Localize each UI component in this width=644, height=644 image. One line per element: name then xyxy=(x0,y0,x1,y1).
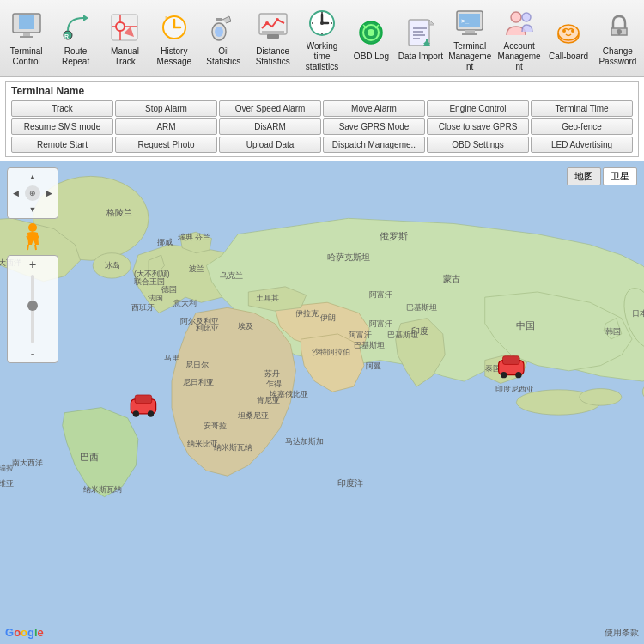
svg-text:巴西: 巴西 xyxy=(81,452,100,462)
map-standard-btn[interactable]: 地图 xyxy=(567,167,601,185)
btn-close-save-gprs[interactable]: Close to save GPRS xyxy=(427,118,529,135)
toolbar-label-account-management: Account Management xyxy=(496,41,542,72)
svg-text:马里: 马里 xyxy=(164,354,179,362)
toolbar-item-account-management[interactable]: Account Management xyxy=(495,3,544,74)
toolbar-item-change-password[interactable]: Change Password xyxy=(593,9,642,69)
svg-text:日本: 日本 xyxy=(632,309,644,318)
toolbar-label-route-repeat: Route Repeat xyxy=(52,46,98,67)
toolbar-item-history-message[interactable]: ! History Message xyxy=(149,9,198,69)
svg-text:巴基斯坦: 巴基斯坦 xyxy=(406,303,437,312)
toolbar-item-working-time[interactable]: Working time statistics xyxy=(297,3,346,74)
nav-right-btn[interactable]: ▶ xyxy=(41,185,58,201)
svg-rect-43 xyxy=(465,30,475,33)
btn-remote-start[interactable]: Remote Start xyxy=(11,137,113,153)
nav-center-btn[interactable]: ⊕ xyxy=(25,185,40,201)
svg-text:R: R xyxy=(64,33,69,39)
pegman-icon[interactable] xyxy=(23,222,42,252)
svg-text:伊拉克: 伊拉克 xyxy=(295,309,319,318)
svg-text:阿富汗: 阿富汗 xyxy=(349,331,372,339)
btn-led-advertising[interactable]: LED Advertising xyxy=(531,137,633,153)
btn-geo-fence[interactable]: Geo-fence xyxy=(531,118,633,135)
svg-point-50 xyxy=(562,29,566,33)
toolbar-item-data-import[interactable]: Data Import xyxy=(396,14,445,64)
panel-title: Terminal Name xyxy=(11,85,633,97)
toolbar-label-terminal-management: Terminal Management xyxy=(447,41,493,72)
map-type-buttons: 地图 卫星 xyxy=(567,167,637,185)
svg-point-24 xyxy=(320,21,324,25)
google-watermark: Google xyxy=(5,626,44,639)
map-terms[interactable]: 使用条款 xyxy=(605,627,639,639)
btn-track[interactable]: Track xyxy=(11,100,113,117)
toolbar-item-distance-statistics[interactable]: Distance Statistics xyxy=(248,9,297,69)
btn-over-speed-alarm[interactable]: Over Speed Alarm xyxy=(219,100,321,117)
svg-text:冰岛: 冰岛 xyxy=(105,261,120,270)
toolbar-label-call-board: Call-board xyxy=(549,52,588,62)
btn-terminal-time[interactable]: Terminal Time xyxy=(531,100,633,117)
zoom-in-btn[interactable]: + xyxy=(22,256,43,273)
svg-point-121 xyxy=(148,410,154,416)
svg-point-124 xyxy=(501,372,507,378)
btn-obd-settings[interactable]: OBD Settings xyxy=(427,137,529,153)
svg-marker-35 xyxy=(429,20,434,25)
toolbar-item-manual-track[interactable]: Manual Track xyxy=(100,9,149,69)
svg-text:联合王国: 联合王国 xyxy=(134,277,165,286)
svg-text:挪威: 挪威 xyxy=(157,238,173,246)
btn-save-gprs[interactable]: Save GPRS Mode xyxy=(323,118,425,135)
nav-down-btn[interactable]: ▼ xyxy=(24,202,40,218)
nav-left-btn[interactable]: ◀ xyxy=(8,185,24,201)
toolbar-item-call-board[interactable]: Call-board xyxy=(544,14,592,64)
toolbar-item-obd-log[interactable]: OBD Log xyxy=(347,14,396,64)
toolbar-item-terminal-management[interactable]: >_ Terminal Management xyxy=(446,3,495,74)
svg-text:德国: 德国 xyxy=(161,285,177,294)
btn-arm[interactable]: ARM xyxy=(115,118,217,135)
svg-text:!: ! xyxy=(165,15,167,22)
toolbar-item-route-repeat[interactable]: R Route Repeat xyxy=(51,9,100,69)
btn-request-photo[interactable]: Request Photo xyxy=(115,137,217,153)
svg-text:芬兰: 芬兰 xyxy=(195,233,210,241)
btn-resume-sms[interactable]: Resume SMS mode xyxy=(11,118,113,135)
map-area: 巴西 格陵兰 冰岛 瑞典 芬兰 挪威 波兰 乌克兰 哈萨克斯坦 俄罗斯 蒙古 中… xyxy=(0,161,644,644)
button-grid-row3: Remote Start Request Photo Upload Data D… xyxy=(11,137,633,153)
svg-rect-18 xyxy=(259,14,287,34)
zoom-control: + - xyxy=(7,255,58,363)
map-satellite-btn[interactable]: 卫星 xyxy=(603,167,637,185)
btn-dispatch-management[interactable]: Dispatch Manageme.. xyxy=(323,137,425,153)
svg-text:肯尼亚: 肯尼亚 xyxy=(257,396,280,404)
svg-text:利维亚: 利维亚 xyxy=(0,479,14,488)
callboard-icon xyxy=(551,15,586,50)
route-icon: R xyxy=(58,10,93,45)
btn-disarm[interactable]: DisARM xyxy=(219,118,321,135)
svg-text:利比亚: 利比亚 xyxy=(196,324,219,332)
nav-up-btn[interactable]: ▲ xyxy=(24,168,40,185)
svg-text:乍得: 乍得 xyxy=(266,380,282,388)
svg-point-46 xyxy=(511,12,521,22)
svg-text:阿富汗: 阿富汗 xyxy=(369,290,392,299)
svg-text:马达加斯加: 马达加斯加 xyxy=(285,437,324,446)
account-icon xyxy=(502,5,537,39)
svg-point-20 xyxy=(265,21,269,25)
svg-rect-119 xyxy=(135,395,152,404)
btn-move-alarm[interactable]: Move Alarm xyxy=(323,100,425,117)
btn-stop-alarm[interactable]: Stop Alarm xyxy=(115,100,217,117)
svg-text:俄罗斯: 俄罗斯 xyxy=(380,231,408,241)
svg-rect-16 xyxy=(216,18,222,21)
svg-text:埃及: 埃及 xyxy=(237,322,253,331)
button-grid-row1: Track Stop Alarm Over Speed Alarm Move A… xyxy=(11,100,633,117)
svg-point-125 xyxy=(515,372,521,378)
svg-text:格陵兰: 格陵兰 xyxy=(106,208,132,217)
monitor-icon xyxy=(9,10,44,45)
toolbar-item-oil-statistics[interactable]: Oil Statistics xyxy=(199,9,248,69)
pegman-area xyxy=(7,222,58,252)
zoom-thumb[interactable] xyxy=(27,301,38,311)
svg-text:尼日利亚: 尼日利亚 xyxy=(183,378,214,386)
toolbar-item-terminal-control[interactable]: Terminal Control xyxy=(2,9,51,69)
btn-upload-data[interactable]: Upload Data xyxy=(219,137,321,153)
toolbar-label-obd-log: OBD Log xyxy=(354,52,389,62)
toolbar-label-history-message: History Message xyxy=(151,46,197,67)
toolbar-label-data-import: Data Import xyxy=(398,52,443,62)
zoom-out-btn[interactable]: - xyxy=(22,345,43,362)
map-background[interactable]: 巴西 格陵兰 冰岛 瑞典 芬兰 挪威 波兰 乌克兰 哈萨克斯坦 俄罗斯 蒙古 中… xyxy=(0,161,644,644)
btn-engine-control[interactable]: Engine Control xyxy=(427,100,529,117)
svg-point-120 xyxy=(133,410,139,416)
svg-text:中国: 中国 xyxy=(516,320,535,331)
